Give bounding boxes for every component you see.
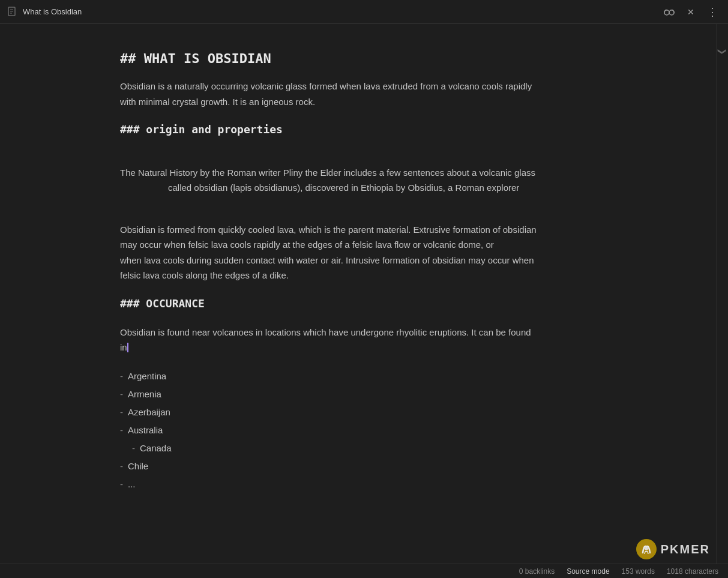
right-panel: ❯ bbox=[716, 24, 728, 564]
window-controls: ✕ ⋮ bbox=[661, 4, 721, 20]
glasses-button[interactable] bbox=[661, 4, 678, 20]
list-dash: - bbox=[132, 441, 135, 456]
list-item-label: Canada bbox=[140, 441, 172, 456]
locations-list: - Argentina - Armenia - Azerbaijan - Aus… bbox=[120, 367, 540, 493]
list-dash: - bbox=[120, 387, 123, 402]
pkmer-icon bbox=[636, 538, 657, 560]
status-bar: 0 backlinks Source mode 153 words 1018 c… bbox=[0, 564, 728, 578]
list-item: - Argentina bbox=[120, 367, 540, 385]
list-dash: - bbox=[120, 459, 123, 474]
list-item-label: ... bbox=[128, 477, 136, 492]
list-item-label: Chile bbox=[128, 459, 148, 474]
list-item: - Canada bbox=[120, 439, 540, 457]
document-icon bbox=[7, 7, 18, 17]
list-item: - ... bbox=[120, 475, 540, 493]
more-options-button[interactable]: ⋮ bbox=[704, 4, 721, 20]
title-bar: What is Obsidian ✕ ⋮ bbox=[0, 0, 728, 24]
list-item-label: Armenia bbox=[128, 387, 161, 402]
main-layout: ## WHAT IS OBSIDIAN Obsidian is a natura… bbox=[0, 24, 728, 564]
close-icon: ✕ bbox=[687, 7, 694, 17]
list-item: - Azerbaijan bbox=[120, 403, 540, 421]
occurrence-intro: Obsidian is found near volcanoes in loca… bbox=[120, 325, 540, 355]
occurrence-heading: ### OCCURANCE bbox=[120, 295, 540, 313]
char-count-status: 1018 characters bbox=[667, 567, 718, 576]
pkmer-text: PKMER bbox=[661, 543, 710, 556]
list-item-label: Australia bbox=[128, 423, 163, 438]
word-count-status: 153 words bbox=[622, 567, 655, 576]
list-dash: - bbox=[120, 423, 123, 438]
list-item-chile: - Chile bbox=[120, 457, 540, 475]
backlinks-status: 0 backlinks bbox=[519, 567, 555, 576]
list-dash: - bbox=[120, 369, 123, 384]
svg-point-10 bbox=[645, 547, 648, 550]
formation-paragraph: Obsidian is formed from quickly cooled l… bbox=[120, 222, 540, 283]
blank-spacer-1 bbox=[120, 151, 540, 165]
list-item-label: Azerbaijan bbox=[128, 405, 170, 420]
intro-paragraph: Obsidian is a naturally occurring volcan… bbox=[120, 79, 540, 109]
list-dash: - bbox=[120, 405, 123, 420]
list-item: - Australia bbox=[120, 421, 540, 439]
list-dash: - bbox=[120, 477, 123, 492]
blank-spacer-2 bbox=[120, 208, 540, 222]
more-icon: ⋮ bbox=[707, 5, 718, 19]
source-mode-status[interactable]: Source mode bbox=[567, 567, 609, 576]
collapse-sidebar-button[interactable]: ❯ bbox=[718, 48, 727, 55]
window-title: What is Obsidian bbox=[23, 7, 661, 16]
editor-content: ## WHAT IS OBSIDIAN Obsidian is a natura… bbox=[120, 48, 540, 493]
text-cursor bbox=[127, 343, 128, 352]
pkmer-logo: PKMER bbox=[636, 538, 710, 560]
list-item-label: Argentina bbox=[128, 369, 166, 384]
list-item: - Armenia bbox=[120, 385, 540, 403]
editor-area[interactable]: ## WHAT IS OBSIDIAN Obsidian is a natura… bbox=[0, 24, 716, 564]
origin-paragraph: The Natural History by the Roman writer … bbox=[120, 165, 540, 196]
main-heading: ## WHAT IS OBSIDIAN bbox=[120, 48, 540, 69]
origin-heading: ### origin and properties bbox=[120, 121, 540, 139]
close-button[interactable]: ✕ bbox=[682, 4, 699, 20]
